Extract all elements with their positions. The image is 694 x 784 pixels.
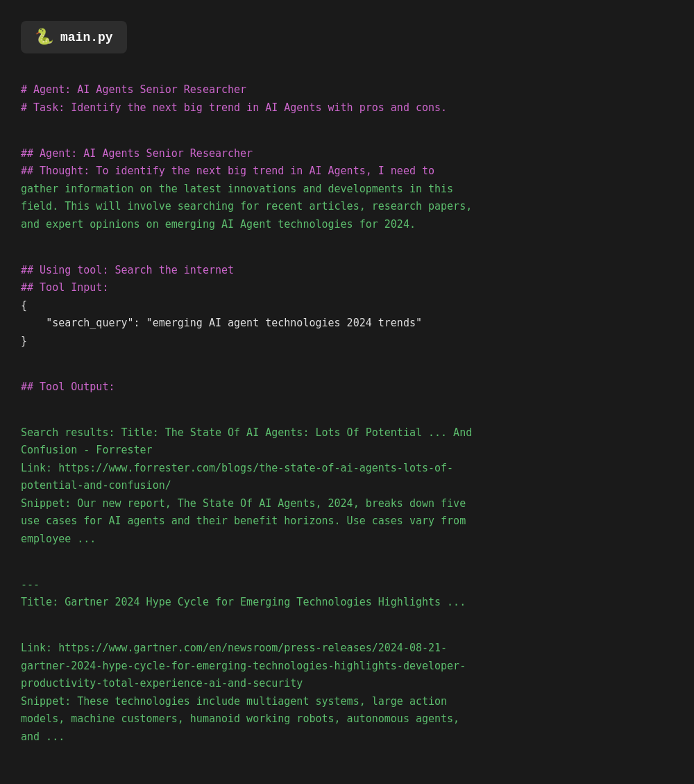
result-title1: Search results: Title: The State Of AI A… — [21, 426, 472, 439]
result-title2: Title: Gartner 2024 Hype Cycle for Emerg… — [21, 596, 466, 608]
result-snippet1c: employee ... — [21, 533, 96, 545]
thought-line3: field. This will involve searching for r… — [21, 200, 472, 212]
json-open: { — [21, 299, 27, 312]
result-link1: Link: https://www.forrester.com/blogs/th… — [21, 462, 453, 474]
using-tool: ## Using tool: Search the internet — [21, 264, 234, 276]
separator: --- — [21, 578, 40, 591]
python-icon: 🐍 — [35, 28, 53, 47]
result-link2c: productivity-total-experience-ai-and-sec… — [21, 677, 303, 690]
thought-line2: gather information on the latest innovat… — [21, 183, 453, 195]
tool-input-label: ## Tool Input: — [21, 281, 108, 294]
result-snippet2c: and ... — [21, 731, 65, 743]
code-block: # Agent: AI Agents Senior Researcher # T… — [21, 81, 673, 764]
result-snippet2: Snippet: These technologies include mult… — [21, 695, 447, 708]
thought-line4: and expert opinions on emerging AI Agent… — [21, 218, 416, 231]
comment-agent: # Agent: AI Agents Senior Researcher — [21, 83, 246, 96]
comment-task: # Task: Identify the next big trend in A… — [21, 101, 447, 114]
result-link2: Link: https://www.gartner.com/en/newsroo… — [21, 642, 447, 654]
result-title1b: Confusion - Forrester — [21, 444, 153, 456]
result-snippet1: Snippet: Our new report, The State Of AI… — [21, 497, 466, 510]
file-name: main.py — [60, 31, 113, 44]
result-link2b: gartner-2024-hype-cycle-for-emerging-tec… — [21, 660, 466, 672]
result-link1b: potential-and-confusion/ — [21, 479, 171, 492]
result-snippet1b: use cases for AI agents and their benefi… — [21, 515, 466, 527]
result-snippet2b: models, machine customers, humanoid work… — [21, 712, 459, 725]
heading-agent: ## Agent: AI Agents Senior Researcher — [21, 147, 253, 160]
heading-thought: ## Thought: To identify the next big tre… — [21, 165, 434, 177]
json-content: "search_query": "emerging AI agent techn… — [21, 317, 422, 329]
file-tab[interactable]: 🐍 main.py — [21, 21, 127, 53]
json-close: } — [21, 335, 27, 347]
tool-output-label: ## Tool Output: — [21, 381, 115, 393]
